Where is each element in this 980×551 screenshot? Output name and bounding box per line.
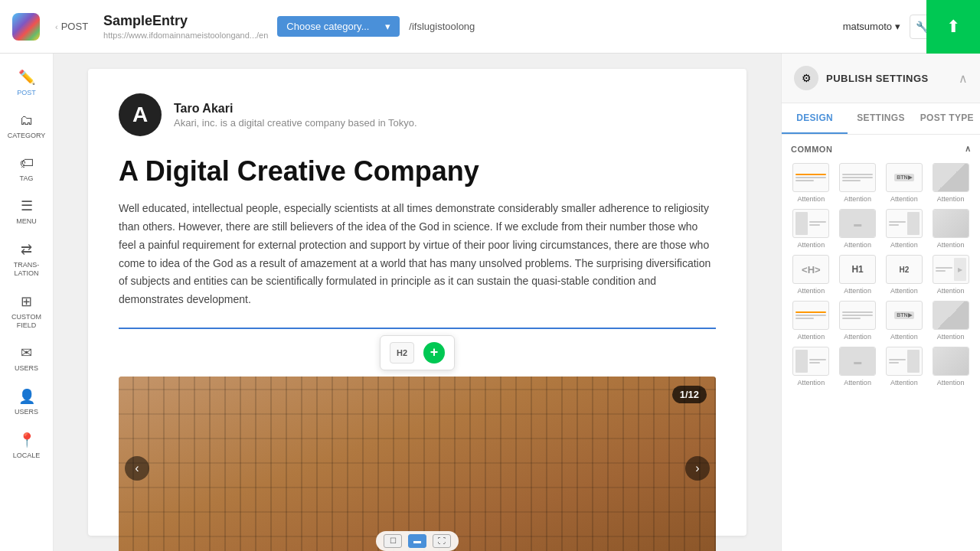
block-thumb	[933, 209, 969, 238]
block-card[interactable]: ▬ Attention	[838, 209, 878, 249]
category-icon: 🗂	[20, 112, 34, 129]
menu-icon: ☰	[21, 197, 33, 214]
entry-title: SampleEntry	[103, 13, 268, 29]
username-label: matsumoto	[843, 21, 892, 32]
sidebar-label-mail: USERS	[15, 364, 38, 373]
sidebar-item-locale[interactable]: 📍 LOCALE	[0, 425, 53, 466]
entry-url: https://www.ifdomainnameistoolongand.../…	[103, 31, 268, 40]
block-card[interactable]: H1 Attention	[838, 255, 878, 295]
block-thumb: ▬	[839, 209, 876, 238]
post-body[interactable]: Well educated, intellectual people, espe…	[119, 200, 716, 309]
publish-settings-header: ⚙ PUBLISH SETTINGS ∧	[782, 54, 980, 103]
sidebar-label-post: POST	[17, 89, 36, 97]
topbar: ‹ POST SampleEntry https://www.ifdomainn…	[0, 0, 980, 54]
author-desc: Akari, inc. is a digital creative compan…	[174, 117, 417, 129]
block-card[interactable]: ▶ Attention	[930, 255, 971, 295]
entry-slug: /ifslugistoolong	[409, 21, 475, 32]
block-card[interactable]: ▬ Attention	[838, 347, 878, 386]
sidebar-label-translation: TRANS-LATION	[14, 261, 40, 278]
block-thumb	[792, 301, 829, 330]
post-title[interactable]: A Digital Creative Company	[119, 155, 716, 187]
publish-settings-left: ⚙ PUBLISH SETTINGS	[794, 66, 929, 90]
block-card[interactable]: BTN▶ Attention	[884, 301, 925, 341]
size-mobile-button[interactable]: ☐	[384, 534, 402, 548]
sidebar-item-post[interactable]: ✏️ POST	[0, 63, 53, 103]
post-button[interactable]: ‹ POST	[49, 18, 94, 35]
custom-field-icon: ⊞	[21, 293, 32, 310]
block-type-popup: H2 +	[380, 335, 455, 370]
category-dropdown[interactable]: Choose category... ▾	[277, 16, 400, 37]
block-thumb: ▶	[933, 255, 969, 284]
tab-design[interactable]: DESIGN	[782, 103, 848, 134]
upload-icon: ⬆	[946, 17, 960, 37]
sidebar-item-tag[interactable]: 🏷 TAG	[0, 149, 53, 189]
block-card[interactable]: Attention	[791, 163, 831, 203]
block-card[interactable]: H2 Attention	[884, 255, 925, 295]
sidebar-label-locale: LOCALE	[13, 452, 41, 460]
image-block: 1/12 ‹ › ☐ ▬ ⛶	[119, 377, 716, 551]
image-prev-button[interactable]: ‹	[125, 456, 149, 481]
block-card[interactable]: <H> Attention	[791, 255, 831, 295]
tab-settings[interactable]: SETTINGS	[848, 103, 913, 134]
common-collapse-icon[interactable]: ∧	[965, 144, 972, 154]
block-type-h2[interactable]: H2	[390, 342, 414, 364]
block-card[interactable]: Attention	[930, 301, 971, 341]
block-thumb: H1	[839, 255, 876, 284]
sidebar-item-users[interactable]: 👤 USERS	[0, 382, 53, 422]
user-menu[interactable]: matsumoto ▾	[843, 21, 900, 32]
block-card[interactable]: Attention	[838, 163, 878, 203]
sidebar-item-translation[interactable]: ⇄ TRANS-LATION	[0, 235, 53, 284]
block-card[interactable]: Attention	[791, 347, 831, 386]
block-card[interactable]: Attention	[791, 209, 831, 249]
image-counter: 1/12	[672, 386, 707, 403]
block-card[interactable]: Attention	[884, 347, 925, 386]
avatar-initial: A	[132, 103, 148, 127]
tag-icon: 🏷	[20, 155, 34, 171]
block-thumb: BTN▶	[886, 301, 923, 330]
block-thumb: <H>	[792, 255, 829, 284]
avatar: A	[119, 93, 162, 136]
block-thumb	[792, 209, 829, 238]
block-card[interactable]: BTN▶ Attention	[884, 163, 925, 203]
sidebar-label-category: CATEGORY	[8, 132, 46, 140]
add-block-button[interactable]: +	[423, 342, 445, 364]
block-thumb	[792, 163, 829, 192]
block-card[interactable]: Attention	[930, 209, 971, 249]
sidebar-item-mail[interactable]: ✉ USERS	[0, 338, 53, 379]
publish-settings-title: PUBLISH SETTINGS	[826, 73, 929, 84]
publish-settings-icon: ⚙	[794, 66, 818, 90]
publish-settings-chevron-icon[interactable]: ∧	[959, 71, 968, 86]
image-placeholder	[119, 377, 716, 551]
block-card[interactable]: Attention	[884, 209, 925, 249]
size-tablet-button[interactable]: ▬	[408, 534, 426, 548]
image-next-button[interactable]: ›	[685, 456, 710, 481]
block-card[interactable]: Attention	[791, 301, 831, 341]
sidebar-item-menu[interactable]: ☰ MENU	[0, 191, 53, 232]
block-toolbar: H2 +	[119, 335, 716, 370]
sidebar-label-tag: TAG	[20, 174, 34, 183]
h2-label: H2	[397, 348, 407, 357]
back-chevron-icon: ‹	[55, 22, 58, 31]
user-chevron-icon: ▾	[895, 21, 900, 32]
content-area: A Taro Akari Akari, inc. is a digital cr…	[54, 54, 781, 551]
block-thumb	[839, 163, 876, 192]
block-thumb	[792, 347, 829, 376]
tab-post-type[interactable]: POST TYPE	[914, 103, 980, 134]
post-button-label: POST	[61, 21, 88, 32]
sidebar-item-custom-field[interactable]: ⊞ CUSTOMFIELD	[0, 287, 53, 336]
size-desktop-button[interactable]: ⛶	[433, 534, 451, 548]
sidebar-item-category[interactable]: 🗂 CATEGORY	[0, 106, 53, 146]
tab-post-type-label: POST TYPE	[920, 112, 974, 123]
author-info: Taro Akari Akari, inc. is a digital crea…	[174, 102, 417, 129]
block-card[interactable]: Attention	[930, 163, 971, 203]
block-card[interactable]: Attention	[838, 301, 878, 341]
block-thumb: H2	[886, 255, 923, 284]
section-divider	[119, 328, 716, 329]
locale-icon: 📍	[18, 432, 35, 448]
mail-icon: ✉	[21, 344, 32, 361]
block-card[interactable]: Attention	[930, 347, 971, 386]
publish-button[interactable]: ⬆	[926, 0, 980, 54]
tab-design-label: DESIGN	[796, 112, 833, 123]
right-tabs: DESIGN SETTINGS POST TYPE	[782, 103, 980, 135]
sidebar-label-users: USERS	[15, 408, 38, 416]
